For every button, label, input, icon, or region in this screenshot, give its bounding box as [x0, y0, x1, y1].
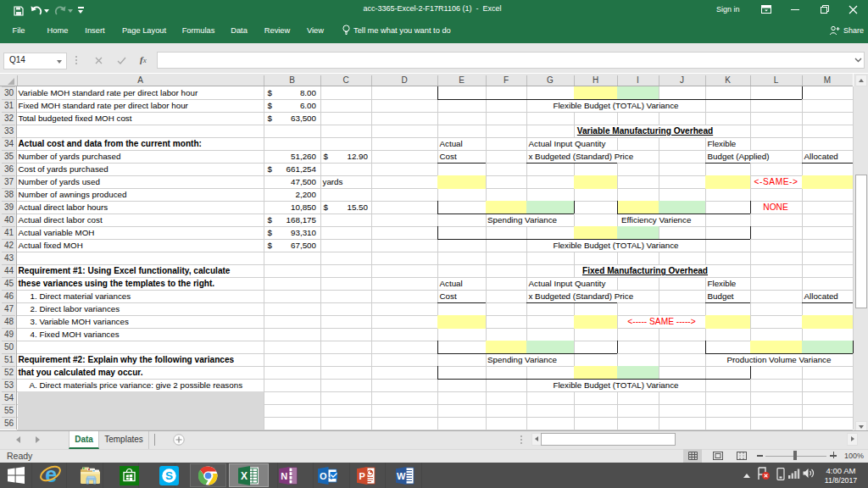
svg-text:W: W — [397, 471, 406, 481]
svg-text:N: N — [281, 471, 287, 481]
svg-text:X: X — [241, 470, 248, 482]
svg-text:S: S — [165, 469, 173, 482]
svg-text:P: P — [359, 471, 365, 481]
svg-text:O: O — [320, 471, 327, 481]
